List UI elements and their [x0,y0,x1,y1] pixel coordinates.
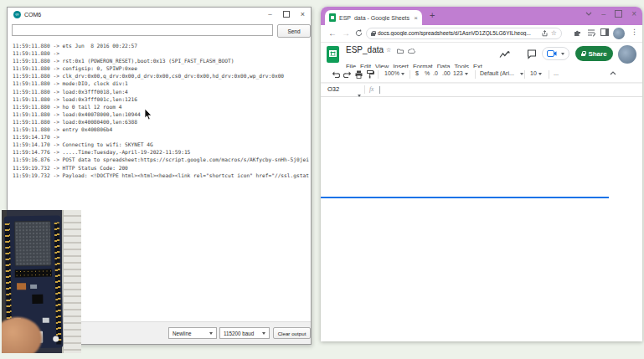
row-divider-highlight [321,197,609,198]
font-size-select[interactable]: 10 [530,70,542,76]
more-formats-label: 123 [453,70,463,76]
lock-icon [371,31,375,36]
share-page-icon[interactable] [542,30,548,37]
log-line: 11:59:11.880 -> load:0x3fff0018,len:4 [9,88,309,95]
name-box[interactable]: O32 [327,85,339,93]
log-line: 11:59:11.880 -> configsip: 0, SPIWP:0xee [9,64,309,72]
chevron-down-icon [465,73,468,75]
more-formats-button[interactable]: 123 [453,70,468,76]
decrease-decimal-button[interactable]: .0 [433,70,438,76]
reading-list-icon[interactable] [587,28,595,37]
esp32-wifi-module [14,221,52,267]
log-line: 11:59:11.880 -> rst:0x1 (POWERON_RESET),… [9,57,309,64]
log-line: 11:59:11.880 -> load:0x40078000,len:1094… [9,110,309,118]
baud-rate-select[interactable]: 115200 baud [219,327,270,339]
comment-icon[interactable] [527,49,537,59]
meet-call-button[interactable] [542,47,569,60]
url-text: docs.google.com/spreadsheets/d/1AsnVD1ZQ… [378,30,538,36]
maximize-icon[interactable] [283,11,290,18]
log-line: 11:59:16.876 -> POST data to spreadsheet… [9,156,309,163]
log-line: 11:59:11.880 -> [9,49,309,57]
star-icon[interactable]: ☆ [386,47,391,54]
log-line: 11:59:14.776 -> .....Time:Tuesday,-April… [9,148,309,156]
formula-bar: O32 fx [321,83,642,97]
chrome-tab-strip: ESP_data - Google Sheets × + – × [321,7,642,25]
toolbar-more-button[interactable]: ... [554,70,559,76]
chevron-down-icon [538,73,542,75]
font-select-caret[interactable] [518,70,523,76]
send-button[interactable]: Send [277,24,311,38]
clear-output-button[interactable]: Clear output [273,327,311,339]
mounting-hole [53,336,59,341]
line-ending-select[interactable]: Newline [168,327,217,339]
log-line: 11:59:11.880 -> mode:DIO, clock div:1 [9,79,309,87]
side-panel-icon[interactable] [600,28,609,36]
screenshot-stage: ∞ COM6 – × Send 11:59:11.880 -> ets Jun … [0,0,644,359]
format-percent-button[interactable]: % [425,70,430,76]
log-line: 11:59:14.170 -> [9,133,309,141]
new-tab-button[interactable]: + [430,10,435,20]
log-line: 11:59:19.732 -> Payload: <!DOCTYPE html>… [9,172,309,179]
redo-icon[interactable] [343,71,352,78]
font-value: Default (Ari... [480,70,514,76]
sheets-toolbar: 100% $ % .0 .00 123 Default (Ari... 10 .… [321,68,642,83]
collapse-toolbar-icon[interactable] [610,71,616,75]
zoom-value: 100% [384,70,399,76]
sheets-favicon-icon [329,13,336,22]
window-menu-icon[interactable] [585,12,592,16]
name-box-caret[interactable] [356,88,361,103]
chevron-down-icon [209,332,213,335]
line-ending-value: Newline [173,331,191,336]
zoom-select[interactable]: 100% [384,70,404,76]
usb-chip [32,295,43,304]
print-icon[interactable] [355,70,363,79]
sheets-header: ESP_data ☆ FileEditViewInsertFormatDataT… [321,43,642,68]
font-size-value: 10 [530,70,537,76]
breadboard-rail [62,210,81,353]
log-line: 11:59:11.880 -> ho 0 tail 12 room 4 [9,103,309,110]
paint-format-icon[interactable] [367,70,374,79]
increase-decimal-button[interactable]: .00 [442,70,451,76]
arduino-icon: ∞ [13,11,21,18]
chrome-window: ESP_data - Google Sheets × + – × ← → doc… [321,7,642,341]
serial-window-title: COM6 [24,12,41,18]
undo-icon[interactable] [332,71,340,78]
format-currency-button[interactable]: $ [415,70,419,76]
log-line: 11:59:11.880 -> load:0x40080400,len:6388 [9,118,309,126]
tab-close-icon[interactable]: × [414,14,418,22]
log-line: 11:59:11.880 -> load:0x3fff001c,len:1216 [9,95,309,103]
kebab-menu-icon[interactable]: ⋮ [631,28,638,36]
maximize-icon[interactable] [615,10,622,18]
back-icon[interactable]: ← [328,28,337,38]
browser-avatar[interactable] [613,28,625,39]
font-select[interactable]: Default (Ari... [480,70,518,76]
formula-input-caret[interactable] [379,86,380,94]
doc-title[interactable]: ESP_data [346,45,384,54]
chevron-down-icon [520,73,523,75]
share-button[interactable]: Share [575,46,613,61]
tab-title: ESP_data - Google Sheets [339,15,414,21]
extensions-puzzle-icon[interactable] [574,28,582,37]
bookmark-star-icon[interactable]: ☆ [551,30,557,37]
close-icon[interactable]: × [301,11,305,18]
chevron-down-icon [262,332,265,335]
version-history-icon[interactable] [499,50,510,59]
camera-icon [547,50,557,57]
sheets-logo-icon[interactable] [327,46,339,63]
pin-block [15,269,52,278]
cloud-status-icon[interactable] [408,49,415,54]
minimize-icon[interactable]: – [601,10,605,18]
close-icon[interactable]: × [631,9,636,18]
sheets-avatar[interactable] [618,45,636,64]
forward-icon[interactable]: → [342,28,350,38]
log-line: 11:59:14.170 -> Connecting to wifi: SKYN… [9,141,309,148]
serial-send-input[interactable] [12,24,273,36]
move-folder-icon[interactable] [397,49,404,54]
browser-tab[interactable]: ESP_data - Google Sheets × [325,10,422,25]
esp32-board-photo [2,210,81,353]
lock-icon [581,51,585,56]
minimize-icon[interactable]: – [268,11,271,18]
address-bar[interactable]: docs.google.com/spreadsheets/d/1AsnVD1ZQ… [366,28,562,39]
share-label: Share [588,50,606,58]
reload-icon[interactable] [355,29,363,37]
